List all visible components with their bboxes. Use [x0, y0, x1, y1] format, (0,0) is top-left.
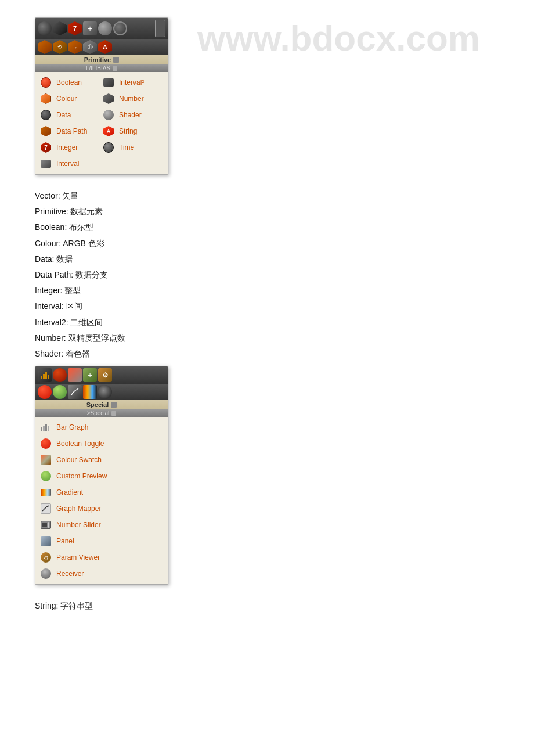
special-item-param-viewer[interactable]: ⚙ Param Viewer: [39, 549, 164, 566]
graph-mapper-label[interactable]: Graph Mapper: [56, 505, 101, 513]
special-tb-gradient[interactable]: [83, 385, 97, 399]
special-tb-circle-red[interactable]: [38, 385, 52, 399]
colour-swatch-icon: [39, 453, 53, 467]
toolbar-btn-7[interactable]: 7: [68, 21, 82, 35]
receiver-label[interactable]: Receiver: [56, 570, 84, 578]
primitive-title-bar: Primitive: [35, 55, 168, 64]
boolean-label[interactable]: Boolean: [56, 78, 82, 87]
primitive-items-grid: Boolean Colour Data: [35, 72, 168, 174]
toolbar-btn-circle-red[interactable]: [98, 21, 112, 35]
toolbar-btn-A[interactable]: A: [98, 40, 112, 54]
primitive-item-colour[interactable]: Colour: [39, 91, 102, 107]
special-item-panel[interactable]: Panel: [39, 533, 164, 549]
number-label[interactable]: Number: [119, 95, 144, 103]
primitive-item-interval2[interactable]: Interval²: [102, 74, 164, 91]
toolbar-side-btn[interactable]: [155, 20, 165, 37]
desc-interval-key: Interval:: [35, 301, 66, 311]
toolbar-btn-arrow2[interactable]: →: [68, 40, 82, 54]
toolbar-btn-hex-dark[interactable]: [53, 21, 67, 35]
primitive-item-time[interactable]: Time: [102, 139, 164, 156]
special-panel: + ⚙ Special >Special: [35, 366, 168, 585]
desc-data: Data: 数据: [35, 252, 499, 267]
svg-rect-3: [48, 375, 49, 379]
special-item-receiver[interactable]: Receiver: [39, 566, 164, 582]
special-subtitle-icon: [111, 411, 116, 416]
number-slider-icon: [39, 518, 53, 532]
bargraph-icon: [40, 371, 49, 379]
special-title-icon: [111, 402, 117, 408]
primitive-item-data[interactable]: Data: [39, 107, 102, 123]
desc-integer: Integer: 整型: [35, 283, 499, 298]
bar-graph-label[interactable]: Bar Graph: [56, 423, 88, 431]
desc-vector-value: 矢量: [62, 191, 78, 200]
panel-label[interactable]: Panel: [56, 537, 74, 545]
special-tb-toggle[interactable]: [53, 368, 67, 382]
primitive-item-number[interactable]: Number: [102, 91, 164, 107]
toolbar-btn-circle-outline[interactable]: [113, 21, 127, 35]
special-tb-add[interactable]: +: [83, 368, 97, 382]
special-item-gradient[interactable]: Gradient: [39, 484, 164, 501]
bar-graph-icon: [39, 420, 53, 434]
primitive-toolbar-row2: ⟲ → ⑪ A: [35, 39, 168, 55]
primitive-col2: Interval² Number Shader: [102, 74, 164, 172]
desc-string-value: 字符串型: [60, 601, 93, 610]
special-title-bar: Special: [35, 400, 168, 409]
special-items: Bar Graph Boolean Toggle Colour Swatch: [35, 417, 168, 584]
desc-string-key: String:: [35, 601, 60, 610]
special-item-bar-graph[interactable]: Bar Graph: [39, 419, 164, 435]
special-item-number-slider[interactable]: Number Slider: [39, 517, 164, 533]
desc-boolean: Boolean: 布尔型: [35, 220, 499, 235]
desc-data-key: Data:: [35, 254, 56, 264]
colour-swatch-label[interactable]: Colour Swatch: [56, 456, 102, 464]
boolean-toggle-label[interactable]: Boolean Toggle: [56, 440, 104, 448]
gradient-icon: [39, 485, 53, 499]
data-icon: [39, 108, 53, 122]
toolbar-btn-11[interactable]: ⑪: [83, 40, 97, 54]
datapath-label[interactable]: Data Path: [56, 127, 87, 135]
integer-label[interactable]: Integer: [56, 143, 78, 152]
primitive-item-datapath[interactable]: Data Path: [39, 123, 102, 139]
desc-number-value: 双精度型浮点数: [68, 333, 125, 343]
toolbar-btn-arrow[interactable]: [38, 40, 52, 54]
toolbar-btn-plus[interactable]: +: [83, 21, 97, 35]
primitive-subtitle-bar: L/ILIBIAS: [35, 64, 168, 72]
special-tb-gear[interactable]: ⚙: [98, 368, 112, 382]
param-viewer-label[interactable]: Param Viewer: [56, 553, 100, 561]
special-item-boolean-toggle[interactable]: Boolean Toggle: [39, 435, 164, 452]
primitive-item-boolean[interactable]: Boolean: [39, 74, 102, 91]
primitive-item-shader[interactable]: Shader: [102, 107, 164, 123]
special-tb-square-curve[interactable]: [68, 385, 82, 399]
desc-boolean-key: Boolean:: [35, 222, 69, 232]
watermark: www.bdocx.com: [197, 17, 480, 59]
special-tb-swatch[interactable]: [68, 368, 82, 382]
desc-string: String: 字符串型: [35, 599, 499, 613]
primitive-item-interval[interactable]: Interval: [39, 156, 102, 172]
special-tb-bargraph[interactable]: [38, 368, 52, 382]
colour-label[interactable]: Colour: [56, 95, 77, 103]
special-item-colour-swatch[interactable]: Colour Swatch: [39, 452, 164, 468]
primitive-subtitle: L/ILIBIAS: [86, 65, 110, 71]
number-icon: [102, 92, 116, 106]
graphmapper-icon: [71, 388, 79, 396]
special-item-graph-mapper[interactable]: Graph Mapper: [39, 501, 164, 517]
toolbar-btn-hex2[interactable]: ⟲: [53, 40, 67, 54]
special-tb-swatch2[interactable]: [98, 385, 112, 399]
data-label[interactable]: Data: [56, 111, 71, 119]
string-label[interactable]: String: [119, 127, 137, 135]
toolbar-btn-circle-dark[interactable]: [38, 21, 52, 35]
interval-label[interactable]: Interval: [56, 160, 79, 168]
interval2-label[interactable]: Interval²: [119, 78, 144, 87]
primitive-title: Primitive: [84, 56, 111, 63]
subtitle-icon: [113, 66, 117, 71]
primitive-item-string[interactable]: A String: [102, 123, 164, 139]
special-item-custom-preview[interactable]: Custom Preview: [39, 468, 164, 484]
special-tb-circle-green[interactable]: [53, 385, 67, 399]
desc-shader: Shader: 着色器: [35, 347, 499, 361]
special-subtitle: >Special: [87, 410, 110, 416]
gradient-label[interactable]: Gradient: [56, 488, 83, 496]
shader-label[interactable]: Shader: [119, 111, 142, 119]
time-label[interactable]: Time: [119, 143, 134, 152]
custom-preview-label[interactable]: Custom Preview: [56, 472, 107, 480]
number-slider-label[interactable]: Number Slider: [56, 521, 101, 529]
primitive-item-integer[interactable]: 7 Integer: [39, 139, 102, 156]
